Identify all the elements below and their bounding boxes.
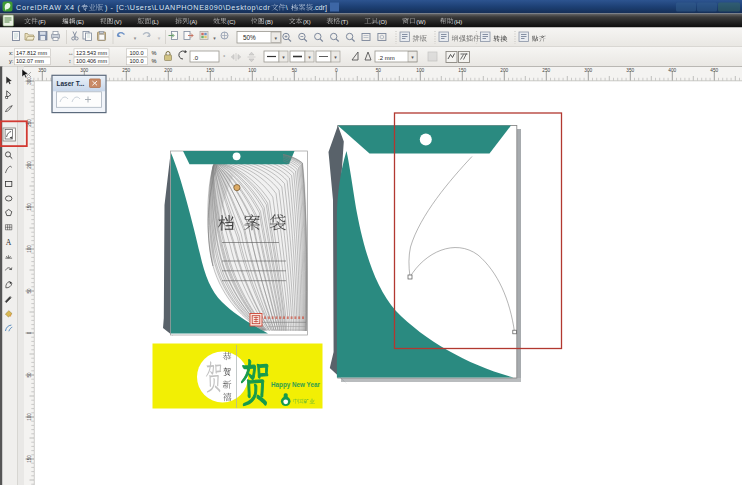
svg-text:50: 50 (27, 288, 32, 294)
svg-text:%: % (152, 58, 157, 64)
svg-text:(C): (C) (227, 19, 235, 25)
svg-text:100: 100 (27, 245, 32, 253)
svg-text:(A): (A) (190, 19, 198, 25)
svg-text:↔: ↔ (68, 50, 74, 56)
svg-text:147.812 mm: 147.812 mm (16, 50, 47, 56)
svg-text:CorelDRAW X4 (: CorelDRAW X4 ( (16, 3, 81, 12)
svg-text:.cdr]: .cdr] (313, 3, 327, 12)
svg-text:50: 50 (27, 372, 32, 378)
svg-text:↕: ↕ (69, 58, 72, 64)
svg-text:300: 300 (27, 77, 32, 85)
svg-text:50: 50 (376, 68, 382, 73)
svg-text:100: 100 (416, 68, 424, 73)
svg-text:50%: 50% (243, 34, 256, 41)
svg-text:A: A (6, 238, 12, 247)
svg-text:(O): (O) (379, 19, 387, 25)
svg-text:250: 250 (122, 68, 130, 73)
svg-text:150: 150 (27, 203, 32, 211)
svg-text:250: 250 (542, 68, 550, 73)
svg-text:100.0: 100.0 (130, 58, 144, 64)
svg-text:150: 150 (206, 68, 214, 73)
svg-text:150: 150 (27, 455, 32, 463)
svg-text:350: 350 (38, 68, 46, 73)
svg-text:102.07 mm: 102.07 mm (16, 58, 44, 64)
svg-text:50: 50 (292, 68, 298, 73)
svg-text:123.543 mm: 123.543 mm (76, 50, 107, 56)
svg-text:200: 200 (164, 68, 172, 73)
svg-text:(T): (T) (341, 19, 348, 25)
svg-text:300: 300 (584, 68, 592, 73)
svg-text:(V): (V) (114, 19, 122, 25)
svg-text:(L): (L) (152, 19, 159, 25)
svg-text:(F): (F) (38, 19, 45, 25)
svg-text:(H): (H) (454, 19, 462, 25)
svg-text:100.0: 100.0 (130, 50, 144, 56)
svg-text:(X): (X) (303, 19, 311, 25)
svg-text:150: 150 (458, 68, 466, 73)
svg-text:(E): (E) (76, 19, 84, 25)
svg-text:y:: y: (9, 58, 14, 64)
svg-text:\: \ (286, 3, 288, 12)
svg-text:(W): (W) (416, 19, 425, 25)
svg-text:.0: .0 (193, 55, 199, 61)
svg-text:0: 0 (27, 331, 32, 334)
svg-text:.2 mm: .2 mm (378, 55, 395, 61)
svg-text:400: 400 (668, 68, 676, 73)
svg-text:x:: x: (9, 50, 14, 56)
svg-text:300: 300 (80, 68, 88, 73)
svg-text:(B): (B) (265, 19, 273, 25)
svg-text:100: 100 (248, 68, 256, 73)
svg-text:) - [C:\Users\LUANPHONE8090\De: ) - [C:\Users\LUANPHONE8090\Desktop\cdr (105, 3, 271, 12)
svg-text:350: 350 (626, 68, 634, 73)
svg-text:Happy New Year: Happy New Year (271, 381, 320, 389)
svg-text:%: % (152, 50, 157, 56)
svg-text:0: 0 (335, 68, 338, 73)
svg-text:200: 200 (500, 68, 508, 73)
svg-text:100: 100 (27, 413, 32, 421)
svg-text:Laser T...: Laser T... (57, 80, 85, 87)
svg-text:100.406 mm: 100.406 mm (76, 58, 107, 64)
svg-text:450: 450 (710, 68, 718, 73)
svg-text:200: 200 (27, 161, 32, 169)
